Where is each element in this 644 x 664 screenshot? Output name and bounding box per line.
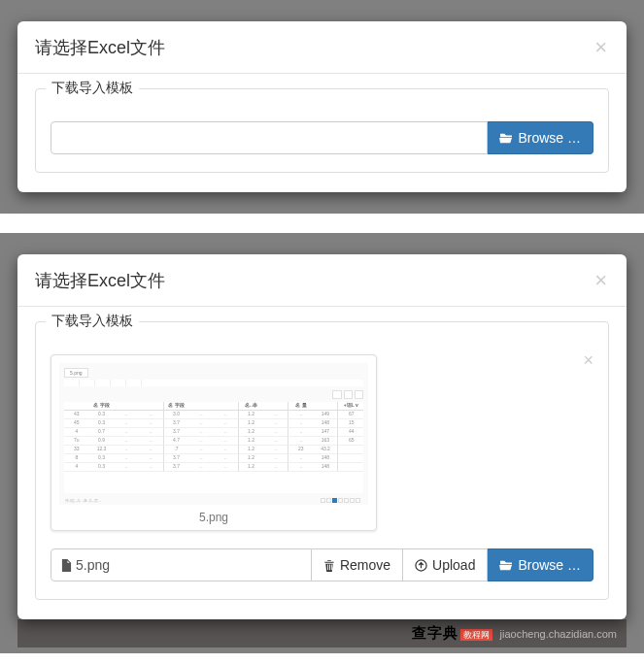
browse-label: Browse … <box>518 130 581 146</box>
site-url: jiaocheng.chazidian.com <box>500 628 617 640</box>
container-2: 请选择Excel文件 × 下载导入模板 × 5.png 名 字段 名 字 <box>0 233 644 653</box>
remove-label: Remove <box>340 557 390 573</box>
download-template-fieldset: 下载导入模板 × 5.png 名 字段 名 字段 名..串 名 量 +语L v … <box>35 321 609 600</box>
upload-icon <box>415 559 427 572</box>
dialog-select-excel-preview: 请选择Excel文件 × 下载导入模板 × 5.png 名 字段 名 字 <box>17 254 627 619</box>
file-input-group: Browse … <box>51 121 593 154</box>
browse-label: Browse … <box>518 557 581 573</box>
close-button[interactable]: × <box>593 270 609 291</box>
dialog-title: 请选择Excel文件 <box>35 36 165 59</box>
file-name-input[interactable]: 5.png <box>51 548 312 581</box>
fieldset-legend: 下载导入模板 <box>46 80 139 97</box>
dialog-header: 请选择Excel文件 × <box>17 21 627 74</box>
watermark-footer: 查字典教程网 jiaocheng.chazidian.com <box>17 619 627 647</box>
site-logo: 查字典教程网 <box>412 624 492 643</box>
folder-open-icon <box>499 132 513 144</box>
dialog-title: 请选择Excel文件 <box>35 269 165 292</box>
logo-sub-text: 教程网 <box>460 629 492 641</box>
upload-label: Upload <box>432 557 475 573</box>
file-icon <box>61 559 72 572</box>
file-preview-area: × 5.png 名 字段 名 字段 名..串 名 量 +语L v 430.3..… <box>51 354 593 531</box>
fieldset-legend: 下载导入模板 <box>46 313 139 330</box>
browse-button[interactable]: Browse … <box>488 548 593 581</box>
file-input-group: 5.png Remove Upload <box>51 548 593 581</box>
dialog-body: 下载导入模板 × 5.png 名 字段 名 字段 名..串 名 量 +语L v … <box>17 307 627 619</box>
file-name-input[interactable] <box>51 121 488 154</box>
file-name-text: 5.png <box>76 557 110 573</box>
thumbnail-caption: 5.png <box>59 505 368 524</box>
upload-button[interactable]: Upload <box>403 548 488 581</box>
dialog-body: 下载导入模板 Browse … <box>17 74 627 192</box>
spacer <box>0 214 644 233</box>
trash-icon <box>323 559 335 572</box>
dialog-select-excel: 请选择Excel文件 × 下载导入模板 Browse … <box>17 21 627 192</box>
container-1: 请选择Excel文件 × 下载导入模板 Browse … <box>0 0 644 214</box>
logo-main-text: 查字典 <box>412 624 458 641</box>
remove-preview-button[interactable]: × <box>583 350 593 371</box>
dialog-header: 请选择Excel文件 × <box>17 254 627 307</box>
download-template-fieldset: 下载导入模板 Browse … <box>35 88 609 173</box>
folder-open-icon <box>499 559 513 571</box>
preview-thumbnail-card[interactable]: 5.png 名 字段 名 字段 名..串 名 量 +语L v 430.3....… <box>51 354 377 531</box>
thumbnail-image: 5.png 名 字段 名 字段 名..串 名 量 +语L v 430.3....… <box>59 363 368 505</box>
browse-button[interactable]: Browse … <box>488 121 593 154</box>
remove-button[interactable]: Remove <box>312 548 403 581</box>
close-button[interactable]: × <box>593 37 609 58</box>
